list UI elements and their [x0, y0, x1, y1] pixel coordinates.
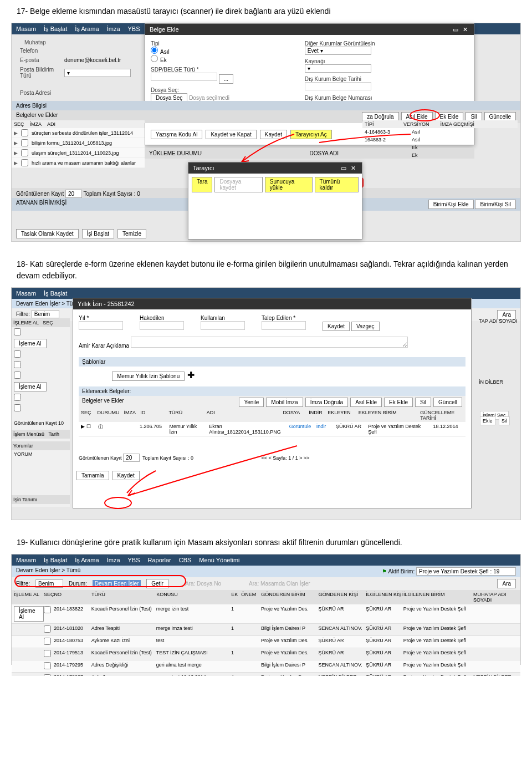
row-checkbox[interactable]	[44, 662, 51, 669]
close-icon[interactable]: ✕	[463, 26, 469, 33]
sablon-btn[interactable]: Memur Yıllık İzin Şablonu	[112, 372, 185, 381]
durum-value[interactable]: Devam Eden İşler	[93, 580, 141, 587]
yillik-kaydet-btn[interactable]: Kaydet	[323, 322, 350, 331]
sunucuya-yukle-btn[interactable]: Sunucuya yükle	[265, 177, 313, 192]
tarayici-close-icon[interactable]: ✕	[351, 165, 357, 171]
goruntule-link[interactable]: Görüntüle	[289, 424, 312, 435]
row-checkbox[interactable]	[44, 625, 51, 633]
asil-radio[interactable]: Asıl	[151, 49, 170, 55]
isleme-al-btn[interactable]: İşleme Al	[14, 382, 47, 391]
imza-dogrula-btn[interactable]: İmza Doğrula	[305, 398, 348, 407]
tamamla-btn[interactable]: Tamamla	[76, 471, 109, 480]
yil-input[interactable]	[79, 321, 123, 330]
ara-masam-placeholder[interactable]: Ara: Masamda Olan İşler	[249, 581, 310, 587]
ek-radio[interactable]: Ek	[151, 57, 167, 63]
menu-yonetimi[interactable]: Menü Yönetimi	[199, 557, 239, 563]
asil-ekle-btn-2[interactable]: Asıl Ekle	[350, 398, 382, 407]
table-row[interactable]: 2014-179295Adres Değişikliğigeri alma te…	[12, 660, 520, 673]
menu-isbaslat[interactable]: İş Başlat	[44, 26, 67, 32]
row-checkbox[interactable]	[44, 674, 51, 676]
menu-isbaslat-3[interactable]: İş Başlat	[44, 557, 67, 563]
dosyaya-kaydet-btn[interactable]: Dosyaya kaydet	[214, 177, 262, 192]
dis-tarih-input[interactable]	[305, 82, 371, 90]
ara-dosya-placeholder[interactable]: Ara: Dosya No	[185, 581, 221, 587]
pager[interactable]: << < Sayfa: 1 / 1 > >>	[261, 455, 309, 461]
temizle-btn[interactable]: Temizle	[117, 229, 146, 238]
row-checkbox[interactable]	[14, 404, 21, 411]
kayit-dropdown[interactable]: 20	[65, 190, 82, 198]
tara-btn[interactable]: Tara	[192, 177, 212, 192]
menu-isarama-3[interactable]: İş Arama	[75, 557, 99, 563]
row-checkbox[interactable]	[21, 149, 28, 156]
menu-raporlar-3[interactable]: Raporlar	[148, 557, 171, 563]
row-checkbox[interactable]	[44, 638, 51, 645]
minimize-icon[interactable]: ▭	[453, 26, 459, 33]
table-row[interactable]: ▶bilişim formu_13112014_105813.jpg	[12, 138, 145, 148]
menu-masam-2[interactable]: Masam	[16, 290, 36, 297]
row-checkbox[interactable]	[14, 350, 21, 358]
isleme-al-btn[interactable]: İşleme Al	[14, 339, 47, 348]
table-row[interactable]: ▶süreçten serbeste döndürülen işler_1311…	[12, 128, 145, 138]
menu-isarama[interactable]: İş Arama	[75, 26, 99, 32]
sdp-browse[interactable]: ...	[219, 74, 233, 84]
kullanilan-input[interactable]	[201, 321, 245, 330]
sdp-input[interactable]	[151, 73, 217, 81]
yillik-vazgec-btn[interactable]: Vazgeç	[351, 322, 380, 331]
table-row[interactable]: ▶ ☐ ⓘ 1.206.705 Memur Yıllık İzin Ekran …	[79, 422, 466, 437]
hakedilen-input[interactable]	[140, 321, 184, 330]
table-row[interactable]: 2014-179513Kocaeli Personel İzin (Test)T…	[12, 648, 520, 660]
table-row[interactable]: İşleme Al2014-183822Kocaeli Personel İzi…	[12, 604, 520, 624]
row-checkbox[interactable]	[14, 361, 21, 368]
menu-ybs[interactable]: YBS	[128, 26, 140, 32]
kaydet-btn[interactable]: Kaydet	[260, 130, 287, 139]
posta-bildirim-dropdown[interactable]: ▾	[64, 69, 131, 77]
row-checkbox[interactable]	[44, 606, 51, 613]
menu-cbs-3[interactable]: CBS	[179, 557, 192, 563]
row-checkbox[interactable]	[14, 394, 21, 401]
menu-imza[interactable]: İmza	[107, 26, 120, 32]
ekle-btn[interactable]: Ekle	[480, 416, 495, 425]
row-checkbox[interactable]	[21, 139, 28, 146]
sec-all-checkbox[interactable]	[14, 328, 21, 335]
amir-textarea[interactable]	[131, 337, 408, 348]
table-row[interactable]: 2014-178987Anketlermerge test 10.12.2014…	[12, 673, 520, 676]
row-checkbox[interactable]	[21, 159, 28, 166]
menu-ybs-3[interactable]: YBS	[128, 557, 140, 563]
table-row[interactable]: 2014-181020Adres Tespitimerge imza testi…	[12, 624, 520, 636]
isleme-al-row-btn[interactable]: İşleme Al	[14, 606, 44, 622]
getir-btn[interactable]: Getir	[146, 579, 168, 588]
table-row[interactable]: 2014-180753Aykome Kazı İznitestProje ve …	[12, 636, 520, 648]
menu-masam-3[interactable]: Masam	[16, 557, 36, 563]
menu-isbaslat-2[interactable]: İş Başlat	[44, 290, 67, 297]
info-icon[interactable]: ⓘ	[98, 424, 118, 435]
table-row[interactable]: ▶hızlı arama ve masam aramanın baktığı a…	[12, 158, 145, 168]
yazisma-kodu-al-btn[interactable]: Yazışma Kodu Al	[151, 130, 202, 139]
guncelle-btn-2[interactable]: Güncell	[433, 398, 462, 407]
kaydet-kapat-btn[interactable]: Kaydet ve Kapat	[206, 130, 256, 139]
kayit-dropdown-2[interactable]: 20	[123, 454, 140, 462]
filtre-dropdown[interactable]: Benim	[32, 310, 59, 318]
add-icon[interactable]: ✚	[187, 370, 195, 380]
menu-imza-3[interactable]: İmza	[107, 557, 120, 563]
kaydet-btn-2[interactable]: Kaydet	[112, 471, 140, 480]
tarayici-ac-btn[interactable]: Tarayıcıyı Aç	[290, 130, 332, 139]
ek-ekle-btn-2[interactable]: Ek Ekle	[384, 398, 413, 407]
ara-btn-3[interactable]: Ara	[497, 579, 516, 588]
tarayici-minimize-icon[interactable]: ▭	[341, 165, 347, 171]
talep-input[interactable]	[262, 321, 306, 330]
row-checkbox[interactable]	[44, 650, 51, 657]
sil-btn-3[interactable]: Sil	[499, 416, 510, 425]
isi-baslat-btn[interactable]: İşi Başlat	[82, 229, 115, 238]
diger-kurum-dropdown[interactable]: Evet ▾	[305, 47, 371, 55]
aktif-birim-dropdown[interactable]: Proje ve Yazılım Destek Şefl : 19	[416, 567, 516, 576]
sil-btn-2[interactable]: Sil	[415, 398, 431, 407]
yenile-btn[interactable]: Yenile	[239, 398, 264, 407]
birim-kisi-sil-btn[interactable]: Birim/Kişi Sil	[475, 200, 516, 209]
row-checkbox[interactable]	[14, 372, 21, 379]
row-checkbox[interactable]	[21, 129, 28, 136]
birim-kisi-ekle-btn[interactable]: Birim/Kişi Ekle	[428, 200, 474, 209]
tumunu-kaldir-btn[interactable]: Tümünü kaldır	[315, 177, 359, 192]
filtre-dropdown-3[interactable]: Benim	[35, 579, 63, 588]
taslak-kaydet-btn[interactable]: Taslak Olarak Kaydet	[16, 229, 79, 238]
kaynagi-dropdown[interactable]: ▾	[305, 64, 371, 73]
